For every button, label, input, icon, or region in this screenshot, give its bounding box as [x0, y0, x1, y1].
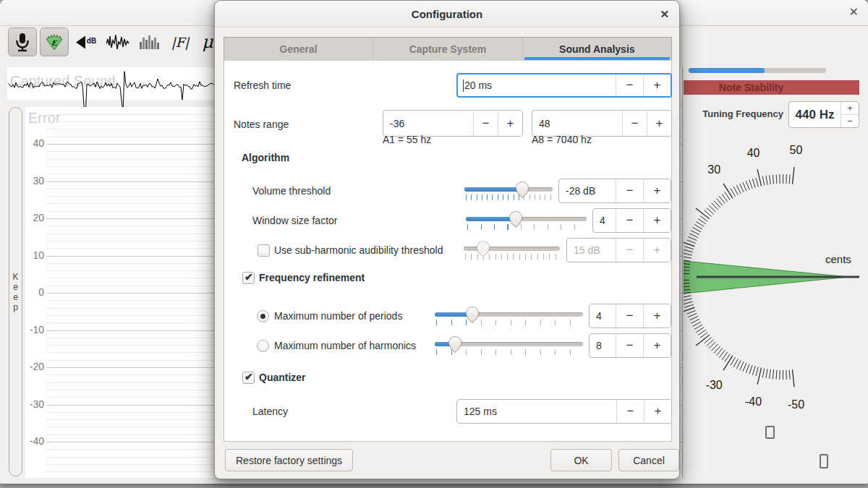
notes-min-increment-button[interactable]: + [498, 111, 522, 136]
tuning-frequency-label: Tuning Frequency [684, 108, 783, 119]
gauge-unit-label: cents [825, 253, 851, 265]
max-periods-radio[interactable] [257, 310, 269, 322]
tab-general[interactable]: General [224, 38, 373, 61]
slider-ticks [436, 349, 582, 355]
window-size-decrement-button[interactable]: − [616, 209, 643, 232]
harmonics-view-button[interactable] [135, 27, 164, 56]
notes-range-max-hint: A8 = 7040 hz [532, 134, 592, 145]
refresh-time-spinbox[interactable]: 20 ms − + [456, 73, 672, 98]
slider-ticks [436, 320, 582, 325]
svg-text:-30: -30 [706, 379, 723, 391]
latency-value[interactable]: 125 ms [457, 400, 616, 423]
volume-threshold-decrement-button[interactable]: − [616, 179, 643, 202]
fft-view-button[interactable]: |F| [166, 27, 195, 56]
svg-text:40: 40 [747, 147, 760, 159]
slider-handle[interactable] [448, 336, 461, 349]
volume-threshold-spinbox[interactable]: -28 dB − + [558, 179, 671, 203]
window-size-factor-value[interactable]: 4 [593, 209, 616, 232]
slider-handle [477, 241, 490, 254]
error-view-toggle-button[interactable]: ε [40, 27, 69, 56]
window-size-factor-spinbox[interactable]: 4 − + [592, 208, 671, 233]
notes-range-label: Notes range [234, 119, 289, 130]
tuning-frequency-decrement-button[interactable]: − [841, 115, 859, 127]
mu-icon: μ [202, 32, 213, 52]
subharmonic-increment-button: + [643, 239, 671, 262]
tuning-frequency-increment-button[interactable]: + [841, 102, 859, 115]
ok-button[interactable]: OK [550, 449, 612, 471]
tab-sound-analysis[interactable]: Sound Analysis [523, 38, 671, 61]
window-size-factor-slider[interactable] [466, 208, 587, 233]
text-caret [463, 80, 464, 92]
max-periods-increment-button[interactable]: + [643, 304, 671, 328]
max-periods-spinbox[interactable]: 4 − + [589, 304, 671, 328]
volume-threshold-value[interactable]: -28 dB [559, 179, 616, 202]
max-harmonics-increment-button[interactable]: + [643, 334, 671, 357]
svg-text:30: 30 [707, 163, 720, 176]
max-harmonics-radio[interactable] [257, 340, 269, 352]
speaker-icon [76, 35, 86, 49]
restore-factory-settings-button[interactable]: Restore factory settings [225, 449, 353, 471]
slider-ticks [466, 194, 551, 200]
cents-gauge: 304050-30-40-50 [684, 134, 868, 479]
latency-spinbox[interactable]: 125 ms − + [456, 399, 672, 424]
refresh-time-increment-button[interactable]: + [643, 74, 671, 96]
max-periods-value[interactable]: 4 [590, 304, 616, 328]
slider-handle[interactable] [466, 307, 479, 320]
notes-min-decrement-button[interactable]: − [473, 111, 498, 136]
window-size-factor-label: Window size factor [252, 215, 337, 226]
note-stability-bar: Note Stability [684, 80, 859, 95]
subharmonic-spinbox: 15 dB − + [566, 238, 671, 262]
quantizer-checkbox[interactable] [242, 372, 255, 384]
max-harmonics-decrement-button[interactable]: − [616, 334, 643, 357]
notes-range-min-spinbox[interactable]: -36 − + [383, 110, 523, 137]
tuning-frequency-value[interactable]: 440 Hz [789, 102, 841, 127]
refresh-time-label: Refresh time [234, 80, 291, 91]
refresh-time-value[interactable]: 20 ms [458, 74, 616, 96]
svg-text:50: 50 [790, 144, 803, 156]
latency-increment-button[interactable]: + [644, 400, 671, 423]
dialog-close-icon[interactable]: ✕ [660, 8, 669, 21]
note-stability-label: Note Stability [719, 82, 783, 93]
slider-fill [464, 187, 523, 192]
window-close-icon[interactable]: ✕ [849, 5, 859, 19]
max-periods-slider[interactable] [435, 304, 583, 328]
configuration-dialog: Configuration ✕ General Capture System S… [214, 0, 680, 479]
screen: ✕ ε dB [0, 0, 868, 488]
window-size-increment-button[interactable]: + [643, 209, 671, 232]
keep-button[interactable]: K e e p [9, 107, 22, 476]
notes-range-max-spinbox[interactable]: 48 − + [532, 110, 672, 137]
notes-range-min-value[interactable]: -36 [383, 111, 473, 136]
frequency-refinement-checkbox[interactable] [242, 272, 255, 284]
notes-max-increment-button[interactable]: + [647, 111, 671, 136]
notes-range-max-value[interactable]: 48 [532, 111, 622, 136]
volume-threshold-slider[interactable] [464, 179, 553, 203]
slider-handle[interactable] [516, 181, 529, 194]
microphone-toggle-button[interactable] [8, 27, 37, 56]
volume-view-button[interactable]: dB [72, 27, 101, 56]
volume-threshold-increment-button[interactable]: + [643, 179, 671, 202]
max-harmonics-label: Maximum number of harmonics [274, 340, 416, 351]
cancel-button[interactable]: Cancel [618, 449, 679, 471]
max-harmonics-slider[interactable] [435, 333, 583, 358]
algorithm-heading: Algorithm [242, 152, 289, 163]
svg-text:-40: -40 [745, 395, 762, 408]
waveform-view-button[interactable] [103, 27, 132, 56]
notes-max-decrement-button[interactable]: − [622, 111, 647, 136]
frequency-refinement-heading: Frequency refinement [259, 272, 365, 283]
max-periods-decrement-button[interactable]: − [616, 304, 643, 328]
missing-glyph-box [765, 426, 775, 439]
dialog-title: Configuration [412, 8, 482, 20]
quantizer-heading: Quantizer [259, 372, 306, 383]
max-harmonics-value[interactable]: 8 [590, 334, 616, 357]
max-harmonics-spinbox[interactable]: 8 − + [589, 333, 671, 358]
subharmonic-checkbox[interactable] [258, 244, 270, 257]
fft-icon: |F| [171, 35, 190, 50]
dialog-titlebar: Configuration ✕ [215, 1, 679, 27]
slider-handle[interactable] [509, 211, 522, 224]
tab-capture-system[interactable]: Capture System [373, 38, 522, 61]
latency-decrement-button[interactable]: − [616, 400, 644, 423]
refresh-time-decrement-button[interactable]: − [616, 74, 643, 96]
missing-glyph-box [820, 454, 828, 468]
tuning-frequency-spinbox[interactable]: 440 Hz + − [788, 101, 859, 128]
error-y-axis: 403020100-10-20-30-40 [25, 107, 44, 478]
